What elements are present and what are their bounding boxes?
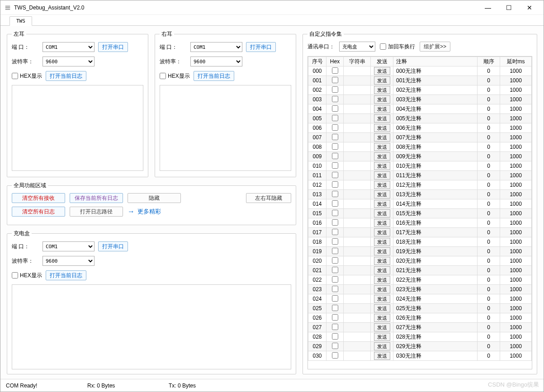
cell-hex[interactable]: [326, 133, 344, 142]
cell-hex[interactable]: [326, 218, 344, 228]
cell-note[interactable]: 002无注释: [393, 85, 478, 95]
cell-order[interactable]: 0: [478, 218, 500, 228]
cell-str[interactable]: [344, 123, 371, 133]
cell-delay[interactable]: 1000: [500, 76, 532, 85]
row-hex-check[interactable]: [332, 153, 338, 159]
cell-str[interactable]: [344, 133, 371, 142]
row-hex-check[interactable]: [332, 305, 338, 311]
row-hex-check[interactable]: [332, 143, 338, 150]
cell-order[interactable]: 0: [478, 114, 500, 123]
cell-note[interactable]: 023无注释: [393, 285, 478, 294]
cell-note[interactable]: 009无注释: [393, 152, 478, 161]
cell-hex[interactable]: [326, 114, 344, 123]
cell-delay[interactable]: 1000: [500, 161, 532, 171]
cell-order[interactable]: 0: [478, 123, 500, 133]
left-port-select[interactable]: COM1: [43, 42, 95, 52]
right-open-port-button[interactable]: 打开串口: [246, 42, 276, 52]
cell-str[interactable]: [344, 237, 371, 247]
cell-hex[interactable]: [326, 123, 344, 133]
cell-order[interactable]: 0: [478, 294, 500, 304]
cell-str[interactable]: [344, 285, 371, 294]
row-hex-check[interactable]: [332, 86, 338, 93]
row-send-button[interactable]: 发送: [374, 162, 390, 170]
cell-order[interactable]: 0: [478, 266, 500, 275]
cell-str[interactable]: [344, 199, 371, 209]
cell-hex[interactable]: [326, 171, 344, 180]
cell-note[interactable]: 022无注释: [393, 275, 478, 285]
right-port-select[interactable]: COM1: [190, 42, 242, 52]
cell-order[interactable]: 0: [478, 104, 500, 114]
cell-note[interactable]: 019无注释: [393, 247, 478, 256]
cell-note[interactable]: 027无注释: [393, 323, 478, 332]
row-send-button[interactable]: 发送: [374, 190, 390, 198]
right-baud-select[interactable]: 9600: [190, 57, 242, 66]
row-hex-check[interactable]: [332, 134, 338, 140]
cell-note[interactable]: 016无注释: [393, 218, 478, 228]
row-hex-check[interactable]: [332, 191, 338, 197]
cell-order[interactable]: 0: [478, 209, 500, 218]
cell-str[interactable]: [344, 275, 371, 285]
close-button[interactable]: ✕: [519, 1, 540, 14]
cell-order[interactable]: 0: [478, 66, 500, 76]
cell-order[interactable]: 0: [478, 342, 500, 351]
row-hex-check[interactable]: [332, 248, 338, 254]
cell-delay[interactable]: 1000: [500, 209, 532, 218]
cell-note[interactable]: 017无注释: [393, 228, 478, 237]
row-hex-check[interactable]: [332, 352, 338, 359]
cell-str[interactable]: [344, 142, 371, 152]
row-hex-check[interactable]: [332, 105, 338, 112]
save-logs-button[interactable]: 保存当前所有日志: [70, 193, 123, 203]
row-send-button[interactable]: 发送: [374, 209, 390, 217]
cell-str[interactable]: [344, 304, 371, 313]
row-send-button[interactable]: 发送: [374, 228, 390, 236]
hide-button[interactable]: 隐藏: [128, 193, 181, 203]
cell-hex[interactable]: [326, 342, 344, 351]
cell-note[interactable]: 012无注释: [393, 180, 478, 190]
cell-delay[interactable]: 1000: [500, 294, 532, 304]
cell-note[interactable]: 008无注释: [393, 142, 478, 152]
cell-note[interactable]: 013无注释: [393, 190, 478, 199]
row-send-button[interactable]: 发送: [374, 352, 390, 360]
cell-note[interactable]: 001无注释: [393, 76, 478, 85]
row-send-button[interactable]: 发送: [374, 171, 390, 179]
cell-str[interactable]: [344, 228, 371, 237]
row-send-button[interactable]: 发送: [374, 181, 390, 189]
hide-ears-button[interactable]: 左右耳隐藏: [246, 193, 291, 203]
right-hex-checkbox[interactable]: HEX显示: [160, 72, 190, 80]
cell-str[interactable]: [344, 85, 371, 95]
cell-note[interactable]: 011无注释: [393, 171, 478, 180]
cell-hex[interactable]: [326, 256, 344, 266]
crlf-checkbox[interactable]: 加回车换行: [380, 43, 415, 51]
cell-hex[interactable]: [326, 313, 344, 323]
cell-order[interactable]: 0: [478, 142, 500, 152]
cell-note[interactable]: 010无注释: [393, 161, 478, 171]
right-hex-check[interactable]: [160, 73, 166, 79]
row-hex-check[interactable]: [332, 267, 338, 273]
cell-order[interactable]: 0: [478, 180, 500, 190]
group-expand-button[interactable]: 组扩展>>: [420, 42, 450, 52]
row-hex-check[interactable]: [332, 210, 338, 216]
cell-delay[interactable]: 1000: [500, 351, 532, 361]
cell-hex[interactable]: [326, 266, 344, 275]
cell-hex[interactable]: [326, 228, 344, 237]
cell-order[interactable]: 0: [478, 247, 500, 256]
cell-note[interactable]: 003无注释: [393, 95, 478, 104]
cell-order[interactable]: 0: [478, 275, 500, 285]
row-hex-check[interactable]: [332, 124, 338, 131]
cell-delay[interactable]: 1000: [500, 237, 532, 247]
charger-output[interactable]: [12, 284, 291, 369]
cell-hex[interactable]: [326, 304, 344, 313]
row-send-button[interactable]: 发送: [374, 76, 390, 85]
row-hex-check[interactable]: [332, 181, 338, 188]
tab-tws[interactable]: TWS: [9, 16, 32, 26]
row-hex-check[interactable]: [332, 257, 338, 264]
cell-delay[interactable]: 1000: [500, 133, 532, 142]
row-hex-check[interactable]: [332, 96, 338, 102]
cell-hex[interactable]: [326, 95, 344, 104]
row-send-button[interactable]: 发送: [374, 124, 390, 132]
left-ear-output[interactable]: [12, 85, 143, 171]
charger-port-select[interactable]: COM1: [43, 241, 95, 251]
cell-str[interactable]: [344, 294, 371, 304]
cell-note[interactable]: 000无注释: [393, 66, 478, 76]
cell-note[interactable]: 029无注释: [393, 342, 478, 351]
